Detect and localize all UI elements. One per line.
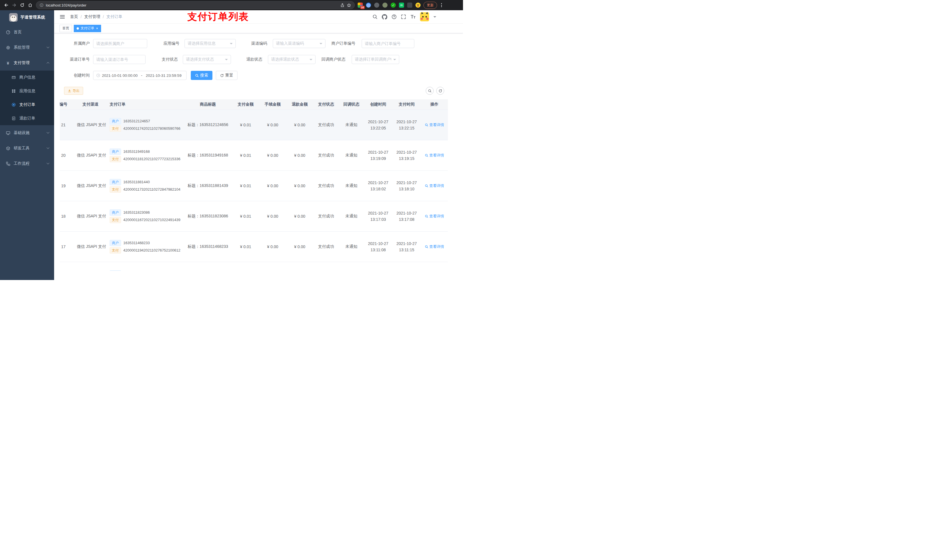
view-detail-link[interactable]: 查看详情 [425, 183, 444, 189]
back-icon[interactable] [2, 1, 10, 9]
cell-create-time: 2021-10-27 13:22:05 [364, 110, 392, 140]
site-info-icon[interactable] [39, 3, 44, 7]
extension-icon[interactable]: ✓ [391, 3, 396, 8]
channel-code-select[interactable]: 请输入渠道编码 [273, 39, 325, 48]
select-placeholder: 请选择退款状态 [271, 57, 308, 62]
merchant-tag: 商户 [110, 179, 121, 185]
cell-notify-status: 未通知 [339, 231, 364, 262]
table-row[interactable]: 18 微信 JSAPI 支付 商户 1635311823086 支付 42000… [60, 201, 448, 231]
cell-pay-order: 商户 1635311881440 支付 42000011732021102728… [107, 171, 184, 201]
sidebar-item-pay-order[interactable]: 支付订单 [0, 98, 54, 112]
create-time-range[interactable]: 2021-10-01 00:00:00 - 2021-10-31 23:59:5… [93, 71, 186, 80]
url-text[interactable]: localhost:1024/pay/order [46, 3, 86, 8]
channel-order-no-input[interactable] [93, 55, 145, 64]
address-bar[interactable]: localhost:1024/pay/order [36, 1, 355, 9]
cell-refund: ¥ 0.00 [286, 201, 313, 231]
view-detail-link[interactable]: 查看详情 [425, 122, 444, 127]
extension-icon[interactable]: ✉ [399, 3, 404, 8]
caret-down-icon[interactable] [433, 16, 436, 19]
pay-status-select[interactable]: 请选择支付状态 [183, 55, 231, 64]
view-detail-link[interactable]: 查看详情 [425, 153, 444, 158]
column-header: 操作 [421, 99, 448, 110]
column-header: 支付渠道 [74, 99, 107, 110]
extension-icon[interactable] [374, 3, 379, 8]
toggle-search-icon[interactable] [426, 87, 434, 95]
github-icon[interactable] [382, 14, 387, 20]
cell-amount: ¥ 0.01 [232, 171, 259, 201]
sidebar-item-home[interactable]: 首页 [0, 24, 54, 40]
refresh-icon[interactable] [436, 87, 444, 95]
reset-button[interactable]: 重置 [216, 71, 238, 80]
close-icon[interactable]: × [96, 26, 98, 30]
extension-icon[interactable] [366, 3, 371, 8]
table-row[interactable]: 17 微信 JSAPI 支付 商户 1635311468233 支付 42000… [60, 231, 448, 262]
flow-icon [6, 162, 10, 166]
home-icon[interactable] [26, 1, 34, 9]
sidebar-item-app-info[interactable]: 应用信息 [0, 84, 54, 98]
share-icon[interactable] [340, 3, 345, 8]
search-button[interactable]: 搜索 [191, 71, 212, 80]
font-size-icon[interactable] [410, 14, 416, 20]
refund-status-select[interactable]: 请选择退款状态 [268, 55, 316, 64]
cell-pay-status: 支付成功 [313, 110, 339, 140]
view-detail-link[interactable]: 查看详情 [425, 244, 444, 249]
table-row[interactable]: 19 微信 JSAPI 支付 商户 1635311881440 支付 42000… [60, 171, 448, 201]
export-button[interactable]: 导出 [64, 87, 83, 95]
tab-home[interactable]: 首页 [59, 25, 72, 32]
filter-label: 应用编号 [147, 41, 185, 46]
bookmark-star-icon[interactable] [347, 3, 351, 8]
filter-pay-status: 支付状态 请选择支付状态 [145, 55, 231, 64]
merchant-input-field[interactable] [96, 41, 144, 46]
user-avatar[interactable] [420, 12, 429, 21]
cell-title: 标题：1635311823086 [184, 201, 232, 231]
table-body: 21 微信 JSAPI 支付 商户 1635312124657 支付 42000… [60, 110, 448, 271]
menu-fold-icon[interactable] [59, 14, 66, 20]
cell-id: 21 [60, 110, 74, 140]
export-button-label: 导出 [73, 89, 79, 93]
search-icon[interactable] [372, 14, 378, 20]
cell-actions: 查看详情 [421, 140, 448, 171]
filter-label: 所属商户 [60, 41, 93, 46]
forward-icon[interactable] [10, 1, 18, 9]
view-detail-link[interactable]: 查看详情 [425, 214, 444, 219]
sidebar-item-merchant-info[interactable]: 商户信息 [0, 71, 54, 84]
channel-order-no-input-field[interactable] [96, 57, 142, 62]
sidebar-item-devtools[interactable]: 研发工具 [0, 140, 54, 156]
tab-pay-order[interactable]: 支付订单 × [74, 25, 101, 32]
mch-order-no-input[interactable] [362, 39, 414, 48]
merchant-input[interactable] [93, 39, 147, 48]
pay-order-no: 4200001194202110276752100612 [123, 248, 180, 252]
date-end[interactable]: 2021-10-31 23:59:59 [146, 73, 182, 78]
notify-status-select[interactable]: 请选择订单回调商户状态 [352, 55, 399, 64]
fullscreen-icon[interactable] [401, 14, 406, 20]
table-row[interactable]: 商户 1635311157576 支付 标题： 查看详情 [60, 262, 448, 271]
browser-update-button[interactable]: 更新 [424, 2, 437, 9]
cell-channel: 微信 JSAPI 支付 [74, 171, 107, 201]
table-row[interactable]: 20 微信 JSAPI 支付 商户 1635311949168 支付 42000… [60, 140, 448, 171]
extension-icon[interactable]: 10 [358, 3, 363, 8]
breadcrumb-home[interactable]: 首页 [70, 14, 78, 20]
table-row[interactable]: 21 微信 JSAPI 支付 商户 1635312124657 支付 42000… [60, 110, 448, 140]
mch-order-no-input-field[interactable] [365, 41, 411, 46]
column-header: 商品标题 [184, 99, 232, 110]
breadcrumb-pay[interactable]: 支付管理 [84, 14, 100, 20]
chevron-down-icon [319, 43, 322, 46]
column-header: 支付订单 [107, 99, 184, 110]
reload-icon[interactable] [18, 1, 26, 9]
sidebar-item-workflow[interactable]: 工作流程 [0, 156, 54, 171]
help-icon[interactable] [392, 14, 396, 20]
date-start[interactable]: 2021-10-01 00:00:00 [102, 73, 138, 78]
extension-icon[interactable] [407, 3, 412, 8]
view-detail-label: 查看详情 [430, 214, 444, 219]
browser-menu-icon[interactable] [439, 2, 443, 8]
sidebar-item-infra[interactable]: 基础设施 [0, 125, 54, 140]
sidebar-item-refund-order[interactable]: 退款订单 [0, 112, 54, 125]
app-logo[interactable]: 芋道管理系统 [0, 10, 54, 24]
app-no-select[interactable]: 请选择应用信息 [185, 39, 236, 48]
sidebar-item-system[interactable]: 系统管理 [0, 40, 54, 55]
yen-icon: ¥ [6, 60, 10, 65]
extension-icon[interactable] [415, 3, 421, 8]
merchant-tag: 商户 [110, 210, 121, 216]
sidebar-item-pay[interactable]: ¥ 支付管理 [0, 55, 54, 71]
extension-icon[interactable] [383, 3, 387, 8]
